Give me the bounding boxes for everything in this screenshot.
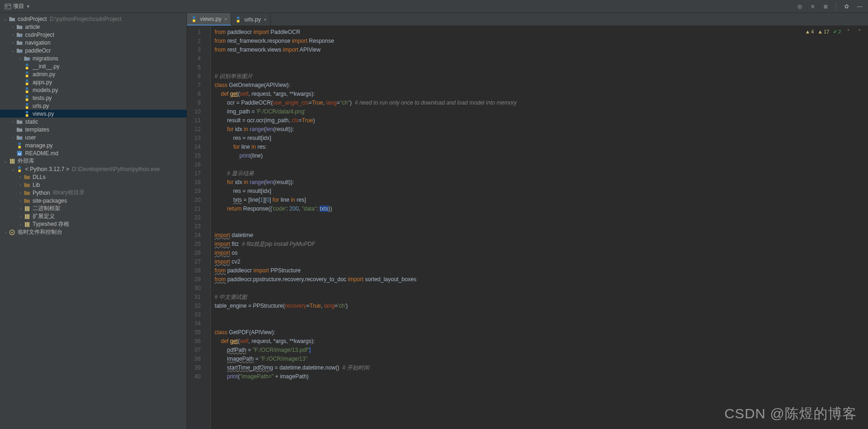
inspections-widget[interactable]: ▲ 4 ▲ 17 ✔ 2 ˄ ˅ xyxy=(805,28,863,35)
lib-icon xyxy=(23,205,31,212)
tree-item[interactable]: ›DLLs xyxy=(0,173,187,181)
project-view-button[interactable]: 项目 ▼ xyxy=(2,1,33,11)
tree-item[interactable]: ›Pythonlibrary根目录 xyxy=(0,189,187,197)
chevron-down-icon: ▼ xyxy=(26,4,30,9)
tree-item[interactable]: ›扩展定义 xyxy=(0,212,187,220)
chevron-right-icon[interactable]: › xyxy=(10,119,16,124)
editor-tab[interactable]: views.py× xyxy=(187,13,231,26)
close-icon[interactable]: × xyxy=(224,16,227,22)
chevron-down-icon[interactable]: ⌄ xyxy=(3,159,8,164)
chevron-right-icon[interactable]: › xyxy=(18,222,23,227)
svg-rect-3 xyxy=(6,7,8,7)
project-label: 项目 xyxy=(13,2,24,10)
chevron-right-icon[interactable]: › xyxy=(18,183,23,187)
tree-item[interactable]: ›site-packages xyxy=(0,197,187,205)
line-gutter[interactable]: 1234567891011121314151617181920212223242… xyxy=(187,26,204,429)
locate-icon[interactable]: ◎ xyxy=(796,3,803,10)
tree-item[interactable]: ⌄外部库 xyxy=(0,157,187,165)
chevron-right-icon[interactable]: › xyxy=(10,135,16,140)
tree-item[interactable]: views.py xyxy=(0,110,187,118)
folder-lib-icon xyxy=(23,189,31,197)
tree-item[interactable]: ›临时文件和控制台 xyxy=(0,228,187,236)
md-icon: M xyxy=(16,150,23,157)
code-editor[interactable]: ▲ 4 ▲ 17 ✔ 2 ˄ ˅ 12345678910111213141516… xyxy=(187,26,868,429)
chevron-down-icon[interactable]: ⌄ xyxy=(10,48,16,53)
tree-item[interactable]: admin.py xyxy=(0,70,187,78)
svg-rect-18 xyxy=(28,214,30,219)
chevron-down-icon[interactable]: ˅ xyxy=(856,28,863,35)
py-icon xyxy=(23,71,31,78)
tree-item-label: csdnProject xyxy=(18,16,47,22)
tree-item-label: Typeshed 存根 xyxy=(33,220,69,228)
collapse-all-icon[interactable]: ≣ xyxy=(822,3,829,10)
svg-rect-12 xyxy=(13,158,15,164)
tab-label: views.py xyxy=(200,16,221,22)
tree-item-label: urls.py xyxy=(33,103,49,109)
lib-icon xyxy=(23,213,31,220)
tree-item[interactable]: ⌄< Python 3.12.7 >D:\Development\Python\… xyxy=(0,165,187,173)
svg-point-6 xyxy=(28,59,30,60)
warning-badge-1[interactable]: ▲ 4 xyxy=(805,29,814,34)
tree-item[interactable]: urls.py xyxy=(0,102,187,110)
tree-item[interactable]: models.py xyxy=(0,86,187,94)
folder-root-icon xyxy=(8,15,16,23)
chevron-right-icon[interactable]: › xyxy=(10,40,16,45)
settings-icon[interactable]: ✿ xyxy=(843,3,850,10)
tree-item[interactable]: ›csdnProject xyxy=(0,31,187,39)
chevron-down-icon[interactable]: ⌄ xyxy=(10,167,16,172)
tree-item[interactable]: apps.py xyxy=(0,78,187,86)
svg-point-7 xyxy=(20,138,22,139)
warning-badge-2[interactable]: ▲ 17 xyxy=(818,29,829,34)
chevron-right-icon[interactable]: › xyxy=(18,56,23,61)
chevron-right-icon[interactable]: › xyxy=(18,175,23,179)
tree-item[interactable]: manage.py xyxy=(0,141,187,149)
tree-item[interactable]: __init__.py xyxy=(0,62,187,70)
tree-item-label: article xyxy=(25,24,40,30)
fold-gutter[interactable] xyxy=(204,26,211,429)
tree-item[interactable]: ›Lib xyxy=(0,181,187,189)
svg-rect-17 xyxy=(27,214,28,219)
editor-tab[interactable]: urls.py× xyxy=(231,13,271,26)
folder-lib-icon xyxy=(23,181,31,189)
tree-item-label: views.py xyxy=(33,111,54,117)
hide-icon[interactable]: — xyxy=(856,3,863,10)
svg-rect-21 xyxy=(28,222,30,227)
svg-rect-14 xyxy=(27,206,28,211)
tree-item[interactable]: ⌄paddleOcr xyxy=(0,46,187,54)
tree-item[interactable]: ⌄csdnProjectD:\pythonProject\csdnProject xyxy=(0,15,187,23)
folder-icon xyxy=(16,126,23,133)
tree-item[interactable]: ›navigation xyxy=(0,39,187,46)
tree-item[interactable]: tests.py xyxy=(0,94,187,102)
tree-item-label: Lib xyxy=(33,182,40,188)
expand-all-icon[interactable]: ≡ xyxy=(809,3,816,10)
chevron-right-icon[interactable]: › xyxy=(18,191,23,195)
svg-point-4 xyxy=(20,35,22,37)
tree-item[interactable]: ›二进制框架 xyxy=(0,205,187,212)
chevron-right-icon[interactable]: › xyxy=(3,230,8,235)
python-file-icon xyxy=(191,16,197,22)
svg-rect-11 xyxy=(12,158,13,164)
ok-badge[interactable]: ✔ 2 xyxy=(833,29,841,35)
tree-item[interactable]: MREADME.md xyxy=(0,149,187,157)
tree-item[interactable]: ›article xyxy=(0,23,187,31)
project-icon xyxy=(5,3,11,10)
lib-icon xyxy=(8,158,16,165)
tree-item-label: paddleOcr xyxy=(25,47,51,54)
tree-item[interactable]: ›user xyxy=(0,133,187,141)
tree-item-label: 临时文件和控制台 xyxy=(18,228,62,236)
tree-item[interactable]: ›Typeshed 存根 xyxy=(0,220,187,228)
tree-item-label: Python xyxy=(33,190,50,196)
chevron-right-icon[interactable]: › xyxy=(18,214,23,219)
close-icon[interactable]: × xyxy=(264,17,267,22)
code-content[interactable]: from paddleocr import PaddleOCRfrom rest… xyxy=(211,26,868,429)
chevron-right-icon[interactable]: › xyxy=(10,25,16,29)
chevron-up-icon[interactable]: ˄ xyxy=(845,28,852,35)
chevron-right-icon[interactable]: › xyxy=(10,33,16,37)
tree-item[interactable]: ›static xyxy=(0,118,187,125)
chevron-right-icon[interactable]: › xyxy=(18,198,23,203)
tree-item-label: models.py xyxy=(33,87,58,93)
tree-item[interactable]: ›migrations xyxy=(0,54,187,62)
chevron-right-icon[interactable]: › xyxy=(18,206,23,211)
tree-item[interactable]: templates xyxy=(0,125,187,133)
chevron-down-icon[interactable]: ⌄ xyxy=(3,17,8,21)
